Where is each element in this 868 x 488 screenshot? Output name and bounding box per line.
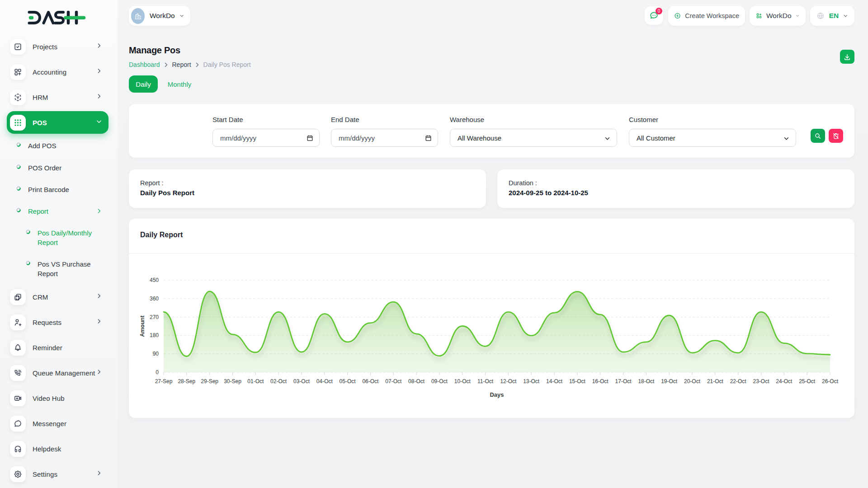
svg-text:07-Oct: 07-Oct [385, 378, 402, 385]
svg-text:19-Oct: 19-Oct [661, 378, 678, 385]
svg-text:18-Oct: 18-Oct [638, 378, 655, 385]
svg-text:12-Oct: 12-Oct [500, 378, 517, 385]
svg-text:27-Sep: 27-Sep [155, 378, 173, 385]
svg-text:08-Oct: 08-Oct [408, 378, 425, 385]
svg-text:23-Oct: 23-Oct [753, 378, 769, 385]
svg-text:10-Oct: 10-Oct [454, 378, 471, 385]
svg-text:450: 450 [150, 277, 159, 283]
svg-text:21-Oct: 21-Oct [707, 378, 724, 385]
svg-text:04-Oct: 04-Oct [316, 378, 333, 385]
svg-text:360: 360 [150, 296, 159, 302]
svg-text:03-Oct: 03-Oct [293, 378, 310, 385]
svg-text:24-Oct: 24-Oct [776, 378, 793, 385]
svg-text:0: 0 [156, 369, 159, 375]
svg-text:Days: Days [490, 391, 504, 398]
svg-text:25-Oct: 25-Oct [799, 378, 816, 385]
svg-text:180: 180 [150, 332, 159, 338]
svg-text:11-Oct: 11-Oct [477, 378, 494, 385]
svg-text:22-Oct: 22-Oct [730, 378, 747, 385]
svg-text:90: 90 [153, 351, 159, 357]
svg-text:30-Sep: 30-Sep [224, 378, 241, 385]
svg-text:01-Oct: 01-Oct [247, 378, 264, 385]
svg-text:15-Oct: 15-Oct [569, 378, 586, 385]
svg-text:29-Sep: 29-Sep [201, 378, 218, 385]
svg-text:09-Oct: 09-Oct [431, 378, 448, 385]
svg-text:Amount: Amount [139, 315, 146, 337]
svg-text:16-Oct: 16-Oct [592, 378, 609, 385]
svg-text:13-Oct: 13-Oct [523, 378, 540, 385]
svg-text:20-Oct: 20-Oct [684, 378, 701, 385]
svg-text:270: 270 [150, 314, 159, 320]
svg-text:02-Oct: 02-Oct [270, 378, 287, 385]
svg-text:06-Oct: 06-Oct [362, 378, 379, 385]
svg-text:17-Oct: 17-Oct [615, 378, 632, 385]
svg-text:28-Sep: 28-Sep [178, 378, 195, 385]
svg-text:26-Oct: 26-Oct [822, 378, 839, 385]
svg-text:14-Oct: 14-Oct [546, 378, 563, 385]
svg-text:05-Oct: 05-Oct [340, 378, 356, 385]
